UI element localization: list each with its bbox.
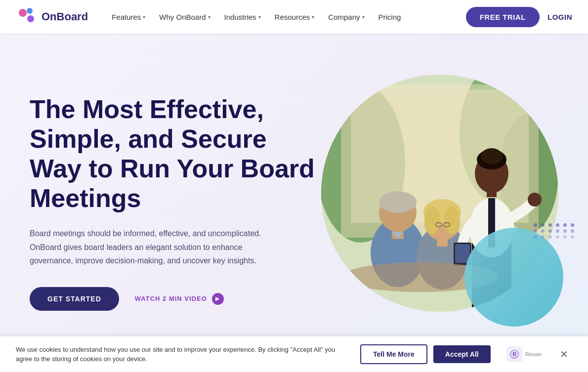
- get-started-button[interactable]: GET STARTED: [30, 287, 119, 311]
- nav-pricing[interactable]: Pricing: [373, 9, 407, 25]
- nav-right: FREE TRIAL LOGIN: [466, 7, 572, 27]
- login-button[interactable]: LOGIN: [547, 13, 572, 21]
- hero-image-area: [321, 75, 578, 331]
- revain-branding: R Revain: [506, 346, 542, 362]
- nav-why-onboard[interactable]: Why OnBoard ▾: [153, 9, 216, 25]
- play-icon: ▶: [212, 293, 224, 305]
- revain-icon: R: [506, 346, 522, 362]
- svg-point-2: [27, 15, 34, 22]
- svg-rect-21: [437, 238, 448, 247]
- svg-point-20: [444, 207, 460, 234]
- svg-point-0: [19, 9, 27, 17]
- svg-point-1: [27, 8, 33, 14]
- hero-content: The Most Effective, Simple, and Secure W…: [30, 95, 321, 311]
- chevron-down-icon: ▾: [258, 14, 261, 20]
- nav-links: Features ▾ Why OnBoard ▾ Industries ▾ Re…: [106, 9, 466, 25]
- hero-section: The Most Effective, Simple, and Secure W…: [0, 34, 588, 372]
- svg-text:R: R: [512, 352, 516, 357]
- svg-point-19: [424, 207, 440, 234]
- navbar: OnBoard Features ▾ Why OnBoard ▾ Industr…: [0, 0, 588, 34]
- cookie-close-button[interactable]: ✕: [556, 346, 572, 362]
- nav-industries[interactable]: Industries ▾: [218, 9, 267, 25]
- svg-point-30: [481, 148, 503, 164]
- cookie-banner: We use cookies to understand how you use…: [0, 336, 588, 372]
- nav-company[interactable]: Company ▾: [322, 9, 370, 25]
- svg-point-13: [379, 191, 417, 213]
- cookie-buttons: Tell Me More Accept All: [360, 344, 491, 364]
- chevron-down-icon: ▾: [312, 14, 314, 20]
- hero-buttons: GET STARTED WATCH 2 MIN VIDEO ▶: [30, 287, 321, 311]
- accept-all-button[interactable]: Accept All: [433, 345, 491, 363]
- tell-more-button[interactable]: Tell Me More: [360, 344, 427, 364]
- logo-icon: [16, 6, 38, 28]
- free-trial-button[interactable]: FREE TRIAL: [466, 7, 540, 27]
- logo-text: OnBoard: [42, 10, 88, 23]
- nav-resources[interactable]: Resources ▾: [269, 9, 321, 25]
- chevron-down-icon: ▾: [208, 14, 210, 20]
- hero-subtitle: Board meetings should be informed, effec…: [30, 227, 287, 267]
- nav-features[interactable]: Features ▾: [106, 9, 151, 25]
- chevron-down-icon: ▾: [143, 14, 145, 20]
- hero-title: The Most Effective, Simple, and Secure W…: [30, 95, 321, 213]
- revain-label: Revain: [525, 351, 542, 357]
- logo-link[interactable]: OnBoard: [16, 6, 88, 28]
- chevron-down-icon: ▾: [362, 14, 365, 20]
- watch-video-button[interactable]: WATCH 2 MIN VIDEO ▶: [135, 293, 224, 305]
- cookie-text: We use cookies to understand how you use…: [16, 345, 348, 364]
- svg-point-31: [528, 193, 542, 207]
